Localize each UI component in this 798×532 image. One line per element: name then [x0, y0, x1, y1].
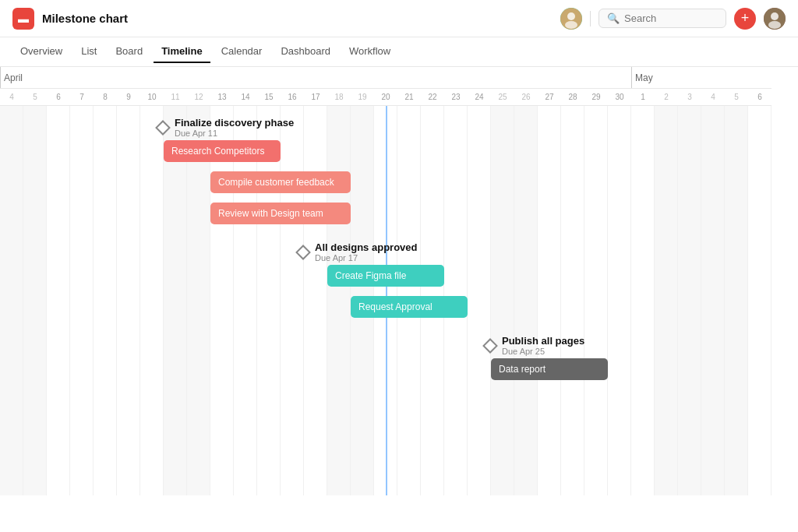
- milestone-title: Finalize discovery phase: [175, 117, 294, 129]
- day-cell: 17: [304, 89, 327, 105]
- app-logo-icon: ▬: [18, 12, 29, 25]
- milestone-diamond: [482, 338, 498, 354]
- day-cell: 18: [327, 89, 351, 105]
- month-label: April: [0, 67, 631, 88]
- avatar-user1[interactable]: [560, 8, 582, 30]
- task-bar[interactable]: Create Figma file: [327, 265, 444, 287]
- day-cell: 20: [374, 89, 397, 105]
- add-button[interactable]: +: [734, 8, 756, 30]
- day-cell: 5: [725, 89, 748, 105]
- task-bar[interactable]: Data report: [491, 358, 608, 380]
- day-cell: 11: [164, 89, 187, 105]
- day-cell: 30: [608, 89, 631, 105]
- milestone-due: Due Apr 17: [315, 253, 417, 262]
- avatar-user2[interactable]: [764, 8, 786, 30]
- milestone-item: Publish all pagesDue Apr 25: [485, 335, 584, 356]
- milestone-item: All designs approvedDue Apr 17: [298, 241, 417, 262]
- tab-workflow[interactable]: Workflow: [341, 41, 398, 63]
- tab-dashboard[interactable]: Dashboard: [273, 41, 338, 63]
- day-cell: 3: [678, 89, 701, 105]
- day-cell: 6: [748, 89, 772, 105]
- month-header: AprilMay: [0, 67, 772, 89]
- day-cell: 25: [491, 89, 514, 105]
- tab-overview[interactable]: Overview: [12, 41, 70, 63]
- day-cell: 21: [397, 89, 421, 105]
- milestone-due: Due Apr 11: [175, 129, 294, 138]
- day-cell: 5: [23, 89, 47, 105]
- page-title: Milestone chart: [42, 12, 560, 25]
- search-input[interactable]: [624, 12, 718, 24]
- milestone-due: Due Apr 25: [502, 347, 584, 356]
- search-icon: 🔍: [607, 12, 620, 24]
- day-cell: 13: [210, 89, 234, 105]
- day-cell: 7: [70, 89, 94, 105]
- day-cell: 15: [257, 89, 281, 105]
- day-cell: 22: [421, 89, 444, 105]
- day-cell: 9: [117, 89, 140, 105]
- day-cell: 12: [187, 89, 210, 105]
- milestone-diamond: [295, 245, 311, 260]
- nav-tabs: Overview List Board Timeline Calendar Da…: [0, 37, 798, 67]
- day-cell: 2: [655, 89, 678, 105]
- header: ▬ Milestone chart 🔍 +: [0, 0, 798, 37]
- day-cell: 8: [94, 89, 117, 105]
- tab-calendar[interactable]: Calendar: [214, 41, 270, 63]
- tab-timeline[interactable]: Timeline: [154, 41, 210, 63]
- day-cell: 16: [281, 89, 304, 105]
- month-label: May: [631, 67, 772, 88]
- day-cell: 28: [561, 89, 584, 105]
- svg-point-2: [565, 21, 577, 29]
- day-cell: 27: [538, 89, 561, 105]
- day-cell: 10: [140, 89, 164, 105]
- svg-point-5: [768, 21, 781, 29]
- day-cell: 29: [584, 89, 608, 105]
- task-bar[interactable]: Review with Design team: [210, 203, 351, 224]
- milestone-title: All designs approved: [315, 241, 417, 253]
- milestone-diamond: [155, 120, 171, 136]
- task-bar[interactable]: Request Approval: [351, 296, 468, 318]
- milestone-title: Publish all pages: [502, 335, 584, 347]
- header-actions: 🔍 +: [560, 8, 786, 30]
- day-cell: 6: [47, 89, 70, 105]
- task-bar[interactable]: Research Competitors: [164, 140, 281, 162]
- day-cell: 1: [631, 89, 655, 105]
- app-logo: ▬: [12, 8, 34, 30]
- task-bar[interactable]: Compile customer feedback: [210, 171, 351, 193]
- milestones-area: Finalize discovery phaseDue Apr 11Resear…: [0, 106, 772, 495]
- day-cell: 23: [444, 89, 468, 105]
- timeline-container[interactable]: AprilMay 4567891011121314151617181920212…: [0, 67, 798, 532]
- day-header: 4567891011121314151617181920212223242526…: [0, 89, 772, 106]
- milestone-item: Finalize discovery phaseDue Apr 11: [157, 117, 294, 138]
- day-cell: 19: [351, 89, 374, 105]
- day-cell: 26: [514, 89, 538, 105]
- svg-point-1: [567, 12, 575, 20]
- day-cell: 14: [234, 89, 257, 105]
- grid-body: Finalize discovery phaseDue Apr 11Resear…: [0, 106, 798, 495]
- search-box[interactable]: 🔍: [598, 9, 726, 28]
- day-cell: 24: [468, 89, 491, 105]
- tab-list[interactable]: List: [73, 41, 104, 63]
- svg-point-4: [771, 12, 779, 20]
- tab-board[interactable]: Board: [108, 41, 150, 63]
- header-divider: [590, 11, 591, 26]
- day-cell: 4: [0, 89, 23, 105]
- day-cell: 4: [701, 89, 725, 105]
